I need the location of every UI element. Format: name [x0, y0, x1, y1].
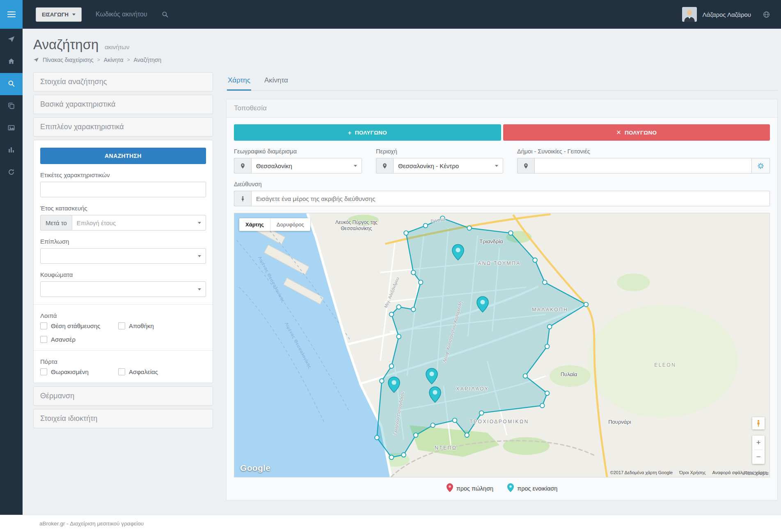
insert-label: ΕΙΣΑΓΩΓΗ [42, 11, 69, 18]
sidebar-item-search[interactable] [0, 73, 23, 95]
sidebar-item-copy[interactable] [0, 95, 23, 117]
polygon-vertex-handle[interactable] [545, 344, 550, 349]
breadcrumb-search[interactable]: Αναζήτηση [134, 57, 162, 63]
polygon-vertex-handle[interactable] [508, 231, 513, 235]
checkbox-elevator[interactable]: Ασανσέρ [40, 336, 118, 343]
polygon-vertex-handle[interactable] [419, 280, 423, 285]
search-button[interactable]: ΑΝΑΖΗΤΗΣΗ [40, 148, 206, 164]
checkbox-parking[interactable]: Θέση στάθμευσης [40, 322, 118, 329]
checkbox-armored[interactable]: Θωρακισμένη [40, 368, 118, 375]
checkbox-box[interactable] [40, 322, 47, 329]
globe-icon[interactable] [763, 11, 770, 18]
polygon-vertex-handle[interactable] [414, 433, 418, 437]
section-extra-characteristics[interactable]: Επιπλέον χαρακτηριστικά [33, 117, 213, 137]
zoom-in-button[interactable]: + [752, 436, 765, 450]
polygon-vertex-handle[interactable] [389, 312, 394, 317]
polygon-vertex-handle[interactable] [389, 455, 394, 460]
polygon-vertex-handle[interactable] [584, 302, 589, 307]
insert-dropdown-button[interactable]: ΕΙΣΑΓΩΓΗ [36, 7, 82, 22]
sidebar-item-home[interactable] [0, 51, 23, 73]
property-code-search[interactable]: Κωδικός ακινήτου [96, 11, 147, 18]
map-attribution: ©2017 Δεδομένα χάρτη Google Όροι Χρήσης … [610, 470, 767, 475]
checkbox-box[interactable] [118, 322, 125, 329]
map-pin-rent[interactable] [452, 244, 464, 262]
map-type-satellite-button[interactable]: Δορυφόρος [270, 218, 310, 231]
sidebar-item-media[interactable] [0, 117, 23, 139]
polygon-vertex-handle[interactable] [547, 324, 552, 329]
map-canvas[interactable]: Λευκός Πύργος της Θεσσαλονίκης Τριανδρία… [234, 213, 770, 477]
add-polygon-button[interactable]: + ΠΟΛΥΓΩΝΟ [234, 124, 501, 141]
section-basic-characteristics[interactable]: Βασικά χαρακτηριστικά [33, 95, 213, 114]
user-name[interactable]: Λάζαρος Λαζάρου [703, 11, 751, 18]
tags-input[interactable] [40, 182, 206, 197]
polygon-vertex-handle[interactable] [543, 280, 547, 285]
filter-panel: Στοιχεία αναζήτησης Βασικά χαρακτηριστικ… [33, 72, 213, 432]
report-error-link[interactable]: Αναφορά σφάλματος χάρτη [712, 470, 767, 475]
polygon-vertex-handle[interactable] [411, 270, 416, 275]
polygon-vertex-handle[interactable] [401, 453, 406, 457]
districts-label: Δήμοι - Συνοικίες - Γειτονιές [517, 148, 770, 155]
address-input[interactable] [251, 191, 770, 206]
polygon-vertex-handle[interactable] [404, 231, 408, 235]
polygon-vertex-handle[interactable] [411, 307, 416, 312]
map-pin-rent[interactable] [429, 386, 441, 404]
polygon-vertex-handle[interactable] [440, 216, 445, 221]
sidebar-item-statistics[interactable] [0, 139, 23, 162]
map-pin-icon [376, 158, 393, 174]
tab-map[interactable]: Χάρτης [227, 72, 251, 91]
remove-polygon-button[interactable]: ✕ ΠΟΛΥΓΩΝΟ [503, 124, 770, 141]
checkbox-box[interactable] [40, 336, 47, 343]
tab-properties[interactable]: Ακίνητα [263, 72, 289, 90]
checkbox-security[interactable]: Ασφαλείας [118, 368, 206, 375]
furnishing-select[interactable] [40, 248, 206, 264]
polygon-vertex-handle[interactable] [545, 391, 550, 395]
extra-characteristics-body: ΑΝΑΖΗΤΗΣΗ Ετικέτες χαρακτηριστικών Έτος … [33, 140, 213, 383]
polygon-vertex-handle[interactable] [465, 433, 469, 437]
sidebar-item-launch[interactable] [0, 29, 23, 51]
breadcrumb: Πίνακας διαχείρισης > Ακίνητα > Αναζήτησ… [33, 57, 769, 63]
user-avatar[interactable] [682, 7, 697, 22]
loading-spinner-icon[interactable] [752, 158, 770, 174]
map-type-map-button[interactable]: Χάρτης [239, 218, 270, 231]
section-owner-details[interactable]: Στοιχεία ιδιοκτήτη [33, 409, 213, 428]
polygon-vertex-handle[interactable] [380, 379, 384, 383]
footer-text: aBroker.gr - Διαχείριση μεσιτικού γραφεί… [39, 521, 144, 527]
map-pin-rent[interactable] [388, 377, 400, 395]
dashboard-icon [33, 57, 39, 63]
checkbox-box[interactable] [40, 368, 47, 375]
map-pin-rent[interactable] [426, 368, 438, 386]
polygon-vertex-handle[interactable] [396, 334, 401, 339]
google-logo[interactable]: Google [240, 463, 270, 473]
section-search-criteria[interactable]: Στοιχεία αναζήτησης [33, 72, 213, 91]
zoom-out-button[interactable]: − [752, 450, 765, 464]
polygon-vertex-handle[interactable] [533, 258, 537, 263]
polygon-vertex-handle[interactable] [467, 226, 472, 231]
frames-select[interactable] [40, 281, 206, 297]
terms-link[interactable]: Όροι Χρήσης [679, 470, 705, 475]
polygon-vertex-handle[interactable] [453, 418, 457, 422]
polygon-vertex-handle[interactable] [375, 435, 379, 440]
section-heating[interactable]: Θέρμανση [33, 386, 213, 406]
polygon-vertex-handle[interactable] [523, 374, 528, 378]
sidebar-item-sync[interactable] [0, 162, 23, 184]
districts-input[interactable] [534, 158, 752, 174]
breadcrumb-dashboard[interactable]: Πίνακας διαχείρισης [43, 57, 94, 63]
polygon-vertex-handle[interactable] [540, 403, 545, 408]
breadcrumb-properties[interactable]: Ακίνητα [104, 57, 124, 63]
polygon-vertex-handle[interactable] [396, 305, 401, 309]
plus-icon: + [348, 129, 352, 136]
checkbox-box[interactable] [118, 368, 125, 375]
checkbox-storage[interactable]: Αποθήκη [118, 322, 206, 329]
region-select[interactable]: Θεσσαλονίκη [251, 158, 362, 174]
menu-toggle-button[interactable] [0, 0, 23, 29]
map-pin-rent[interactable] [476, 296, 489, 314]
polygon-vertex-handle[interactable] [479, 411, 484, 415]
search-icon[interactable] [161, 11, 169, 18]
area-select[interactable]: Θεσσαλονίκη - Κέντρο [393, 158, 503, 174]
polygon-vertex-handle[interactable] [424, 224, 428, 228]
pegman-control[interactable] [752, 417, 765, 429]
polygon-vertex-handle[interactable] [389, 364, 394, 368]
polygon-vertex-handle[interactable] [431, 423, 435, 427]
year-select[interactable]: Επιλογή έτους [72, 215, 206, 231]
search-polygon[interactable] [377, 218, 586, 457]
